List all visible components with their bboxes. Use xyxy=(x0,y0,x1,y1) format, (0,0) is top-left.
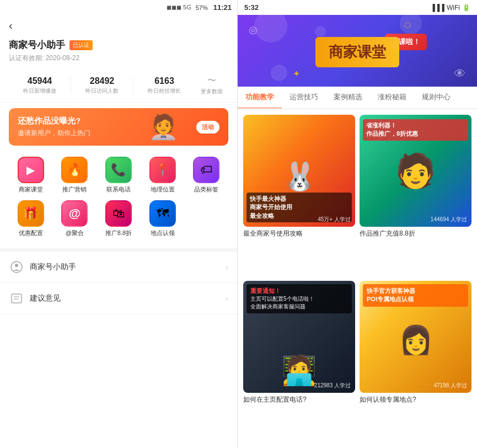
icon-dilizhi-label: 地理位置 xyxy=(151,185,175,194)
svg-point-1 xyxy=(15,264,18,267)
cert-info: 认证有效期: 2020-08-22 xyxy=(9,54,228,63)
stat-plays-value: 45944 xyxy=(9,76,71,86)
icon-shangjiaketing-label: 商家课堂 xyxy=(19,185,43,194)
stat-fans: 6163 昨日粉丝增长 xyxy=(133,76,195,95)
profile-section: 商家号小助手 已认证 认证有效期: 2020-08-22 xyxy=(0,36,237,68)
video-title-2: 作品推广充值8.8折 xyxy=(360,230,471,238)
promo-banner[interactable]: 还愁作品没曝光? 邀请新用户，助你上热门 🧑‍💼 活动 xyxy=(9,108,228,146)
hero-title: 商家课堂 xyxy=(329,44,386,60)
more-data-button[interactable]: 〜 更多数据 xyxy=(195,75,228,95)
icon-tuiguangyingxiao[interactable]: 🔥 推广营销 xyxy=(56,157,93,194)
video-views-4: 47198 人学过 xyxy=(433,382,467,390)
menu-list: 商家号小助手 › 建议意见 › xyxy=(0,248,237,314)
icon-juhe[interactable]: @ @聚合 xyxy=(56,200,93,237)
video-thumb-2: 🧑 省涨利器！作品推广，8折优惠 144694 人学过 xyxy=(360,115,471,227)
video-title-4: 如何认领专属地点? xyxy=(360,396,471,404)
location-icon: 📍 xyxy=(155,163,170,177)
menu-item-assistant[interactable]: 商家号小助手 › xyxy=(0,252,237,283)
status-signal: ◼◼◼ 5G xyxy=(167,4,191,11)
icon-lianxidianhua-label: 联系电话 xyxy=(106,185,131,194)
stat-visits-label: 昨日访问人数 xyxy=(71,87,133,95)
stats-row: 45944 昨日新增播放 28492 昨日访问人数 6163 昨日粉丝增长 〜 … xyxy=(0,68,237,103)
icon-youhuipeizhi[interactable]: 🎁 优惠配置 xyxy=(12,200,50,237)
chevron-right-icon: › xyxy=(226,263,228,271)
chart-icon: 〜 xyxy=(207,75,216,87)
shopping-icon: 🛍 xyxy=(112,206,125,221)
icon-pinleibiaoqian[interactable]: 🏷 品类标签 xyxy=(187,157,225,194)
icon-didianrenling-label: 地点认领 xyxy=(151,229,175,237)
tab-zhanfen[interactable]: 涨粉秘籍 xyxy=(370,87,414,109)
icon-youhuipeizhi-label: 优惠配置 xyxy=(19,229,43,237)
stat-visits-value: 28492 xyxy=(71,76,133,86)
tab-guize[interactable]: 规则中心 xyxy=(414,87,458,109)
video-card-1[interactable]: 🐰 快手最火神器商家号开始使用最全攻略 45万+ 人学过 最全商家号使用攻略 xyxy=(243,115,355,276)
right-panel: 5:32 ▐▐▐ WiFi 🔋 ◎ ✦ ⬡ 👁 商家课堂 开课啦！ xyxy=(237,0,477,448)
icon-tuiguang88-label: 推广8.8折 xyxy=(105,229,132,237)
hero-banner: ◎ ✦ ⬡ 👁 商家课堂 开课啦！ xyxy=(238,15,477,87)
battery-icon: 🔋 xyxy=(462,4,470,12)
status-time: 11:21 xyxy=(213,3,232,12)
status-bar-left: ◼◼◼ 5G 57% 11:21 xyxy=(0,0,237,15)
icon-row-1: ▶ 商家课堂 🔥 推广营销 📞 联系电话 📍 xyxy=(9,157,228,194)
more-data-label: 更多数据 xyxy=(201,88,223,95)
icon-pinleibiaoqian-label: 品类标签 xyxy=(194,185,218,194)
video-grid: 🐰 快手最火神器商家号开始使用最全攻略 45万+ 人学过 最全商家号使用攻略 🧑… xyxy=(238,109,477,448)
status-bar-right: 5:32 ▐▐▐ WiFi 🔋 xyxy=(238,0,477,15)
tabs-row: 功能教学 运营技巧 案例精选 涨粉秘籍 规则中心 xyxy=(238,87,477,109)
video-thumb-1: 🐰 快手最火神器商家号开始使用最全攻略 45万+ 人学过 xyxy=(243,115,355,227)
phone-icon: 📞 xyxy=(111,163,126,177)
left-panel: ◼◼◼ 5G 57% 11:21 ‹ 商家号小助手 已认证 认证有效期: 202… xyxy=(0,0,237,448)
verified-badge: 已认证 xyxy=(69,40,93,50)
tab-gongneng[interactable]: 功能教学 xyxy=(238,87,282,109)
video-thumb-4: 👩 快手官方获客神器POI专属地点认领 47198 人学过 xyxy=(360,281,471,393)
video-card-3[interactable]: 🧑‍💻 重要通知！ 主页可以配置5个电话啦！全面解决商家客服问题 212983 … xyxy=(243,281,355,442)
video-title-3: 如何在主页配置电话? xyxy=(243,396,355,404)
icon-dilizhi[interactable]: 📍 地理位置 xyxy=(144,157,181,194)
icon-juhe-label: @聚合 xyxy=(66,229,84,237)
icon-didianrenling[interactable]: 🗺 地点认领 xyxy=(144,200,181,237)
back-button[interactable]: ‹ xyxy=(0,15,237,36)
play-icon: ▶ xyxy=(26,163,35,177)
right-status-icons: ▐▐▐ WiFi 🔋 xyxy=(430,4,470,12)
hero-title-box: 商家课堂 xyxy=(315,37,399,67)
promo-activity-button[interactable]: 活动 xyxy=(196,121,219,134)
icon-lianxidianhua[interactable]: 📞 联系电话 xyxy=(100,157,137,194)
gift-icon: 🎁 xyxy=(23,206,38,221)
video-card-2[interactable]: 🧑 省涨利器！作品推广，8折优惠 144694 人学过 作品推广充值8.8折 xyxy=(360,115,471,276)
chevron-right-icon-2: › xyxy=(226,294,228,303)
at-icon: @ xyxy=(69,206,81,221)
icon-grid: ▶ 商家课堂 🔥 推广营销 📞 联系电话 📍 xyxy=(0,151,237,244)
promo-illustration: 🧑‍💼 xyxy=(148,108,179,146)
menu-item-feedback[interactable]: 建议意见 › xyxy=(0,283,237,314)
stat-visits: 28492 昨日访问人数 xyxy=(71,76,133,95)
tab-yunying[interactable]: 运营技巧 xyxy=(282,87,326,109)
svg-rect-2 xyxy=(12,294,22,303)
signal-icon: ▐▐▐ xyxy=(430,4,444,12)
stat-fans-label: 昨日粉丝增长 xyxy=(133,87,195,95)
stat-plays-label: 昨日新增播放 xyxy=(9,87,71,95)
video-thumb-3: 🧑‍💻 重要通知！ 主页可以配置5个电话啦！全面解决商家客服问题 212983 … xyxy=(243,281,355,393)
tag-icon: 🏷 xyxy=(200,163,212,177)
menu-item-feedback-text: 建议意见 xyxy=(30,294,226,303)
stat-plays: 45944 昨日新增播放 xyxy=(9,76,71,95)
map-icon: 🗺 xyxy=(157,206,169,221)
fire-icon: 🔥 xyxy=(67,163,82,177)
status-battery-percent: 57% xyxy=(196,4,208,11)
stat-fans-value: 6163 xyxy=(133,76,195,86)
video-views-1: 45万+ 人学过 xyxy=(318,216,351,223)
right-time: 5:32 xyxy=(244,3,259,12)
icon-tuiguangyingxiao-label: 推广营销 xyxy=(62,185,87,194)
menu-item-assistant-text: 商家号小助手 xyxy=(30,262,226,272)
wifi-icon: WiFi xyxy=(447,4,460,12)
promo-sub: 邀请新用户，助你上热门 xyxy=(18,129,90,138)
feedback-icon xyxy=(9,291,24,306)
tab-anli[interactable]: 案例精选 xyxy=(326,87,370,109)
video-views-3: 212983 人学过 xyxy=(314,382,351,390)
promo-title: 还愁作品没曝光? xyxy=(18,116,90,126)
profile-name: 商家号小助手 xyxy=(9,39,65,51)
icon-tuiguang88[interactable]: 🛍 推广8.8折 xyxy=(100,200,137,237)
icon-shangjiaketing[interactable]: ▶ 商家课堂 xyxy=(12,157,50,194)
assistant-icon xyxy=(9,259,24,275)
video-card-4[interactable]: 👩 快手官方获客神器POI专属地点认领 47198 人学过 如何认领专属地点? xyxy=(360,281,471,442)
promo-text-block: 还愁作品没曝光? 邀请新用户，助你上热门 xyxy=(18,116,90,138)
